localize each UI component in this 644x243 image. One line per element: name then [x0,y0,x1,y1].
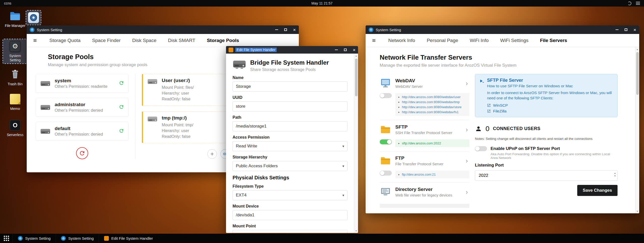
tab-file-servers[interactable]: File Servers [540,38,567,43]
add-handler-button[interactable]: + [207,149,217,159]
server-row-webdav[interactable]: WebDAV WebDAV Server › [380,74,469,92]
sync-icon[interactable] [119,104,124,111]
save-changes-button[interactable]: Save Changes [577,185,618,196]
sftp-link[interactable]: sftp://dev.arozos.com:2022 [402,141,441,145]
page-subtitle: Manage the exported file server interfac… [380,63,635,68]
desktop-icon-label: System Setting [4,54,27,62]
scroll-down-icon[interactable]: ▾ [635,210,639,213]
pool-card-default[interactable]: default Other's Permission: denied [36,122,128,141]
taskbar-item-edit-fs-handler[interactable]: Edit File System Handler [99,234,158,243]
sftp-toggle[interactable] [380,139,392,144]
minimize-button[interactable] [335,50,338,50]
webdav-link[interactable]: http://dev.arozos.com:8080/webdav/store [402,105,462,109]
tab-wifi-settings[interactable]: WiFi Settings [500,38,528,43]
ftp-link[interactable]: ftp://dev.arozos.com:21 [402,173,436,176]
mount-card-user[interactable]: User (user:/) Mount Point: files/ Hierar… [142,74,230,106]
window-titlebar[interactable]: ⚙ System Setting × [27,25,299,34]
window-edit-fs-handler: Edit File System Handler × Bridge File S… [226,46,358,233]
server-name: SFTP [395,124,452,130]
bullet-icon: ▸ [398,173,400,176]
scroll-up-icon[interactable]: ▴ [635,48,639,51]
disc-icon [27,12,40,24]
desktop-icon-memo[interactable]: Memo [3,93,27,111]
close-button[interactable]: × [633,27,636,32]
mount-point-input[interactable] [233,230,347,233]
user-icon [475,125,482,132]
column-divider [135,74,135,159]
bullet-icon: ▸ [398,101,400,103]
refresh-pools-button[interactable] [76,147,88,159]
webdav-link[interactable]: http://dev.arozos.com:8080/webdav/tmp [402,100,460,104]
pool-card-administrator[interactable]: administrator Other's Permission: denied [36,98,128,117]
menu-toggle-icon[interactable]: ≡ [33,37,37,44]
sync-icon[interactable] [119,128,124,135]
scroll-down-icon[interactable]: ▾ [354,229,358,232]
disk-icon [147,115,158,123]
handler-app-icon [104,236,109,241]
ftp-toggle[interactable] [380,171,392,176]
scrollbar-thumb[interactable] [636,52,639,95]
scrollbar[interactable]: ▴ ▾ [635,47,639,213]
server-row-sftp[interactable]: SFTP SSH File Transfer Protocol Server › [380,120,469,138]
name-input[interactable] [233,82,347,92]
server-row-ftp[interactable]: FTP File Transfer Protocol Server › [380,151,469,170]
maximize-button[interactable] [625,28,627,31]
tab-wifi-info[interactable]: WiFi Info [470,38,489,43]
scroll-up-icon[interactable]: ▴ [354,54,358,57]
listening-port-input[interactable] [475,170,618,181]
desktop-icon-app[interactable] [26,11,41,25]
mount-device-input[interactable] [233,210,347,220]
client-link-filezilla[interactable]: FileZilla [487,109,613,113]
scrollbar[interactable]: ▴ ▾ [354,54,358,233]
desktop-icon-file-manager[interactable]: File Manager [3,10,27,28]
desktop-icon-serverless[interactable]: O Serverless [3,119,27,137]
taskbar-item-system-setting-1[interactable]: ⚙ System Setting [13,234,56,243]
filesystem-type-select[interactable]: EXT4 ▾ [233,190,347,200]
access-permission-select[interactable]: Read Write ▾ [233,141,347,151]
sync-status-icon[interactable] [628,2,631,5]
window-title: Edit File System Handler [235,48,277,52]
menu-toggle-icon[interactable]: ≡ [372,37,376,44]
tab-storage-quota[interactable]: Storage Quota [49,38,81,43]
scrollbar-thumb[interactable] [355,59,358,96]
tab-disk-space[interactable]: Disk Space [132,38,156,43]
tab-storage-pools[interactable]: Storage Pools [207,38,239,43]
pool-permission: Other's Permission: denied [55,132,103,137]
app-launcher-button[interactable] [0,234,13,243]
minimize-button[interactable] [616,29,619,30]
path-input[interactable] [233,121,347,131]
sftp-help-panel: SFTP File Server How to use SFTP File Se… [475,74,618,117]
tab-personal-page[interactable]: Personal Page [427,38,458,43]
taskbar-item-system-setting-2[interactable]: ⚙ System Setting [56,234,99,243]
tab-disk-smart[interactable]: Disk SMART [168,38,195,43]
storage-hierarchy-select[interactable]: Public Access Folders ▾ [233,161,347,171]
maximize-button[interactable] [284,28,287,31]
mount-card-tmp[interactable]: tmp (tmp:/) Mount Point: tmp/ Hierarchy:… [142,111,230,143]
close-button[interactable]: × [353,48,356,52]
window-titlebar[interactable]: ⚙ System Setting × [366,25,639,34]
sync-icon[interactable] [119,80,124,87]
pool-card-system[interactable]: system Other's Permission: readwrite [36,74,128,93]
window-titlebar[interactable]: Edit File System Handler × [226,46,358,54]
webdav-link[interactable]: http://dev.arozos.com:8080/webdav/user [402,95,461,99]
close-button[interactable]: × [293,27,296,32]
client-link-winscp[interactable]: WinSCP [487,103,613,108]
window-system-setting-network: ⚙ System Setting × ≡ Network Info Person… [366,25,639,213]
external-link-icon [487,103,491,107]
desktop-icon-trash-bin[interactable]: Trash Bin [3,68,27,86]
minimize-button[interactable] [275,29,278,30]
number-stepper[interactable]: ▴ ▾ [614,172,616,177]
maximize-button[interactable] [344,49,347,51]
menu-icon[interactable] [636,2,640,5]
external-link-icon [487,109,491,113]
desktop-icon-system-setting[interactable]: ⚙ System Setting [3,39,27,63]
tab-space-finder[interactable]: Space Finder [92,38,121,43]
mount-hierarchy: Hierarchy: user [162,128,193,134]
upnp-toggle[interactable] [475,146,487,151]
tab-network-info[interactable]: Network Info [388,38,415,43]
mount-name: tmp (tmp:/) [162,115,193,121]
server-row-directory[interactable]: Directory Server Web file viewer for leg… [380,183,469,201]
uuid-input[interactable] [233,101,347,111]
webdav-toggle[interactable] [380,93,392,98]
webdav-link[interactable]: http://dev.arozos.com:8080/webdav/fs1 [402,110,459,114]
